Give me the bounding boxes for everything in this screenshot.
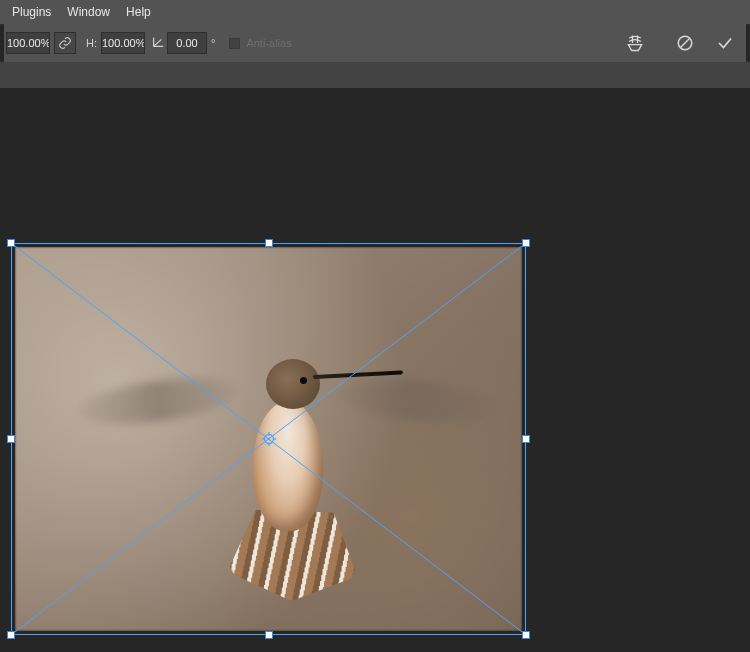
svg-line-3 (681, 39, 690, 48)
transform-handle-middle-left[interactable] (7, 435, 15, 443)
options-bar: H: ° Anti-alias (0, 24, 750, 62)
transform-handle-top-middle[interactable] (265, 239, 273, 247)
transform-rotation-input[interactable] (167, 32, 207, 54)
transform-handle-bottom-left[interactable] (7, 631, 15, 639)
toolbar-divider (0, 62, 750, 88)
transform-handle-bottom-middle[interactable] (265, 631, 273, 639)
options-right-group (296, 24, 746, 62)
height-label: H: (86, 37, 97, 49)
angle-icon (151, 35, 165, 51)
transform-handle-middle-right[interactable] (522, 435, 530, 443)
options-left-group: H: ° Anti-alias (4, 24, 296, 62)
menu-help[interactable]: Help (118, 0, 159, 24)
menu-bar: Plugins Window Help (0, 0, 750, 24)
transform-handle-top-left[interactable] (7, 239, 15, 247)
transform-height-input[interactable] (101, 32, 145, 54)
cancel-icon[interactable] (674, 32, 696, 54)
menu-plugins[interactable]: Plugins (4, 0, 59, 24)
anti-alias-checkbox[interactable] (229, 38, 240, 49)
transform-handle-top-right[interactable] (522, 239, 530, 247)
link-icon[interactable] (54, 32, 76, 54)
transform-width-input[interactable] (6, 32, 50, 54)
anti-alias-label: Anti-alias (246, 37, 291, 49)
canvas-area[interactable] (0, 88, 750, 652)
puppet-warp-icon[interactable] (624, 32, 646, 54)
transform-handle-bottom-right[interactable] (522, 631, 530, 639)
menu-window[interactable]: Window (59, 0, 118, 24)
commit-icon[interactable] (714, 32, 736, 54)
svg-point-11 (267, 438, 269, 440)
degree-symbol: ° (211, 37, 215, 49)
transform-center-point[interactable] (262, 432, 276, 446)
